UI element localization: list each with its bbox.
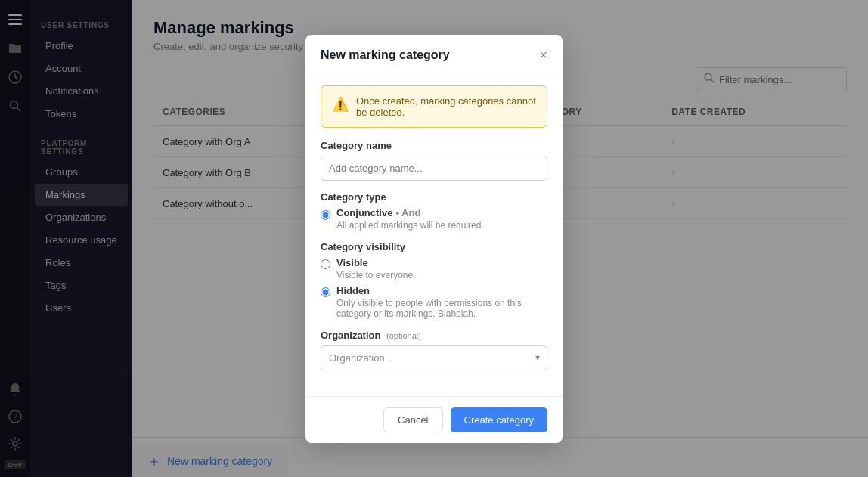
warning-box: ⚠️ Once created, marking categories cann… (321, 85, 547, 128)
organization-select-wrap: Organization... (321, 345, 547, 370)
warning-icon: ⚠️ (332, 96, 349, 113)
hidden-description: Only visible to people with permissions … (336, 298, 547, 319)
visible-label-text: Visible (336, 257, 416, 268)
category-visibility-label: Category visibility (321, 241, 547, 252)
cancel-button[interactable]: Cancel (383, 407, 442, 432)
visible-description: Visible to everyone. (336, 270, 416, 280)
organization-select[interactable]: Organization... (321, 345, 547, 370)
conjunctive-label: Conjunctive (336, 207, 392, 218)
modal-title: New marking category (321, 48, 450, 62)
warning-text: Once created, marking categories cannot … (356, 95, 536, 118)
visible-radio[interactable] (321, 259, 330, 269)
category-name-label: Category name (321, 140, 547, 151)
modal-close-button[interactable]: × (539, 48, 547, 62)
category-visibility-group: Visible Visible to everyone. Hidden Only… (321, 257, 547, 319)
conjunctive-connector: • And (395, 207, 420, 218)
hidden-label-text: Hidden (336, 285, 547, 296)
conjunctive-description: All applied markings will be required. (336, 220, 484, 231)
organization-label: Organization (optional) (321, 330, 547, 341)
optional-label: (optional) (386, 331, 421, 340)
hidden-radio[interactable] (321, 287, 330, 297)
category-type-group: Conjunctive • And All applied markings w… (321, 207, 547, 231)
create-category-button[interactable]: Create category (451, 407, 548, 432)
category-type-label: Category type (321, 191, 547, 203)
category-name-input[interactable] (321, 156, 547, 181)
modal-overlay: New marking category × ⚠️ Once created, … (0, 0, 868, 477)
conjunctive-radio[interactable] (321, 210, 330, 220)
new-marking-category-modal: New marking category × ⚠️ Once created, … (305, 35, 563, 443)
